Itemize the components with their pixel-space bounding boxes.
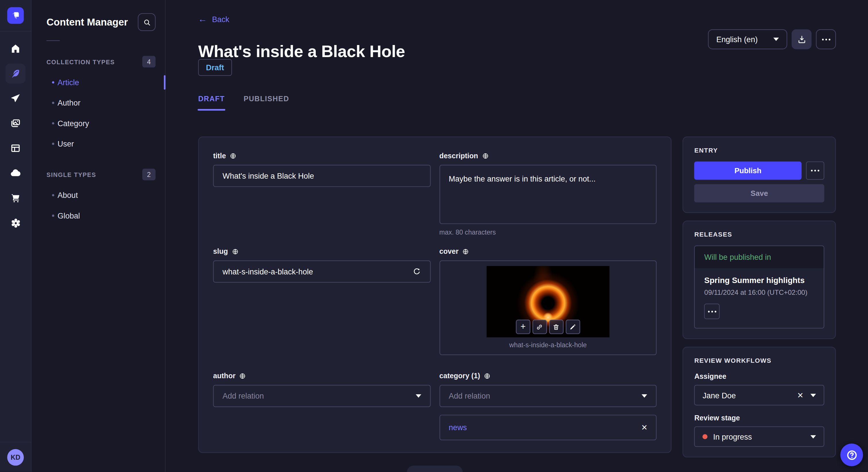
ellipsis-icon (822, 38, 830, 40)
title-value: What's inside a Black Hole (222, 171, 314, 180)
subnav-divider (46, 40, 60, 41)
home-icon[interactable] (5, 39, 25, 59)
category-relation-combobox[interactable]: Add relation (439, 385, 657, 407)
sidebar-item-about[interactable]: About (32, 185, 165, 205)
slug-value: what-s-inside-a-black-hole (222, 267, 313, 276)
cover-filename: what-s-inside-a-black-hole (509, 341, 587, 349)
description-value: Maybe the answer is in this article, or … (448, 174, 596, 183)
description-helper: max. 80 characters (439, 228, 657, 236)
review-panel-title: REVIEW WORKFLOWS (694, 357, 825, 364)
locale-selector[interactable]: English (en) (708, 29, 787, 49)
stage-status-dot (703, 434, 708, 439)
edit-form-card: title What's inside a Black Hole descrip… (198, 136, 671, 453)
review-stage-select[interactable]: In progress (694, 427, 825, 447)
category-field: category (1) Add relation news × (439, 372, 657, 440)
stage-value: In progress (713, 432, 752, 441)
user-avatar[interactable]: KD (7, 449, 24, 466)
assignee-select[interactable]: Jane Doe × (694, 385, 825, 405)
slug-field: slug what-s-inside-a-black-hole (213, 247, 430, 355)
page-title: What's inside a Black Hole (198, 42, 405, 61)
release-date: 09/11/2024 at 16:00 (UTC+02:00) (704, 289, 814, 297)
globe-icon (239, 372, 246, 379)
help-button[interactable] (840, 444, 863, 466)
regenerate-icon[interactable] (412, 267, 421, 276)
globe-icon (484, 372, 491, 379)
search-button[interactable] (138, 13, 156, 31)
publish-button[interactable]: Publish (694, 162, 802, 180)
author-relation-combobox[interactable]: Add relation (213, 385, 430, 407)
sidebar-item-user[interactable]: User (32, 133, 165, 154)
sidebar-item-article[interactable]: Article (32, 72, 165, 92)
slug-input[interactable]: what-s-inside-a-black-hole (213, 260, 430, 282)
tab-draft[interactable]: DRAFT (198, 95, 225, 111)
edit-media-button[interactable] (566, 320, 580, 334)
right-sidebar: ENTRY Publish Save RELEASES Will be publ… (683, 136, 836, 465)
back-link[interactable]: ← Back (198, 15, 229, 24)
author-field: author Add relation (213, 372, 430, 440)
slug-label: slug (213, 247, 228, 256)
globe-icon (462, 248, 469, 255)
export-button[interactable] (792, 29, 811, 49)
delete-media-button[interactable] (549, 320, 563, 334)
chevron-down-icon (415, 394, 421, 398)
main-nav: KD (0, 0, 32, 472)
tab-published[interactable]: PUBLISHED (244, 95, 289, 111)
collection-types-count: 4 (143, 56, 156, 67)
app-root: KD Content Manager COLLECTION TYPES 4 Ar… (0, 0, 868, 472)
remove-relation-icon[interactable]: × (642, 423, 647, 432)
sidebar-item-global[interactable]: Global (32, 205, 165, 225)
clear-assignee-icon[interactable]: × (797, 390, 803, 400)
cloud-icon[interactable] (5, 163, 25, 183)
globe-icon (232, 248, 239, 255)
media-gallery-icon[interactable] (5, 113, 25, 133)
release-more-button[interactable] (704, 304, 720, 319)
cover-image: + (487, 266, 609, 338)
ellipsis-icon (811, 170, 819, 171)
feather-icon[interactable] (5, 64, 25, 83)
cover-field: cover + (439, 247, 657, 355)
more-options-button[interactable] (816, 29, 836, 49)
entry-panel: ENTRY Publish Save (683, 136, 836, 213)
release-name: Spring Summer highlights (704, 276, 814, 285)
ellipsis-icon (708, 310, 716, 312)
paper-plane-icon[interactable] (5, 89, 25, 108)
cart-icon[interactable] (5, 188, 25, 208)
globe-icon (482, 152, 489, 159)
cover-dropzone[interactable]: + (439, 260, 657, 355)
description-label: description (439, 151, 478, 160)
nav-divider-bottom (0, 442, 31, 442)
copy-link-button[interactable] (532, 320, 547, 334)
relation-link-news[interactable]: news (448, 423, 467, 432)
bottom-widget-handle[interactable] (407, 466, 463, 472)
releases-panel-title: RELEASES (694, 231, 825, 238)
save-button[interactable]: Save (694, 184, 825, 202)
layout-icon[interactable] (5, 138, 25, 158)
category-label: category (1) (439, 372, 480, 380)
gear-icon[interactable] (5, 213, 25, 233)
sidebar-item-author[interactable]: Author (32, 92, 165, 113)
collection-types-section: COLLECTION TYPES 4 Article Author Catego… (32, 56, 165, 154)
chevron-down-icon (773, 38, 779, 41)
entry-more-button[interactable] (806, 162, 825, 180)
locale-value: English (en) (716, 35, 758, 43)
cover-label: cover (439, 247, 459, 256)
single-types-count: 2 (143, 169, 156, 180)
nav-divider (0, 31, 31, 32)
category-relation-item: news × (439, 415, 657, 440)
sidebar-item-category[interactable]: Category (32, 113, 165, 133)
single-types-section: SINGLE TYPES 2 About Global (32, 169, 165, 226)
back-arrow-icon: ← (198, 15, 207, 24)
chevron-down-icon (642, 394, 647, 398)
cover-actions: + (516, 320, 580, 334)
single-types-label: SINGLE TYPES (46, 171, 96, 178)
releases-panel: RELEASES Will be published in Spring Sum… (683, 221, 836, 339)
header-actions: English (en) (708, 29, 836, 49)
subnav-title: Content Manager (46, 16, 128, 28)
entry-panel-title: ENTRY (694, 147, 825, 154)
title-input[interactable]: What's inside a Black Hole (213, 165, 430, 187)
add-media-button[interactable]: + (516, 320, 530, 334)
strapi-logo[interactable] (7, 7, 24, 24)
assignee-value: Jane Doe (703, 391, 736, 400)
description-textarea[interactable]: Maybe the answer is in this article, or … (439, 165, 657, 224)
back-label: Back (212, 15, 229, 24)
